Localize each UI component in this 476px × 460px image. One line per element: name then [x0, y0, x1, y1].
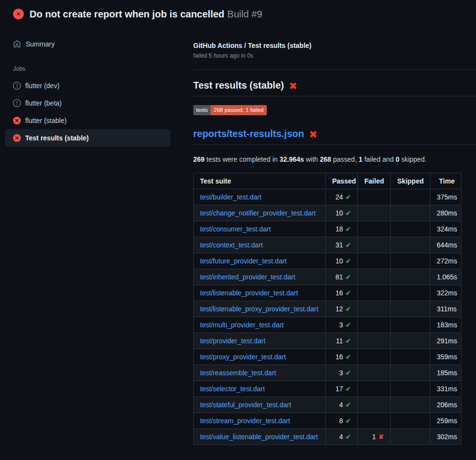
summary-fragment: 32.964s — [279, 155, 304, 163]
passed-cell: 4✔ — [326, 429, 358, 445]
passed-cell: 17✔ — [326, 381, 358, 397]
test-suite-link[interactable]: test/provider_test.dart — [200, 337, 265, 345]
check-run-name: Do not create report when job is cancell… — [30, 9, 224, 19]
check-icon: ✔ — [345, 257, 351, 265]
table-row: test/proxy_provider_test.dart16✔359ms — [194, 349, 461, 365]
job-label: Test results (stable) — [25, 134, 89, 142]
jobs-list: flutter (dev)flutter (beta)flutter (stab… — [0, 77, 184, 147]
failed-cell — [358, 349, 391, 365]
passed-cell: 3✔ — [326, 365, 358, 381]
table-row: test/change_notifier_provider_test.dart1… — [194, 205, 461, 221]
x-circle-fill-icon — [13, 134, 21, 142]
sidebar-item-flutter-beta[interactable]: flutter (beta) — [5, 94, 170, 112]
skipped-cell — [391, 237, 430, 253]
summary-fragment: 268 — [320, 155, 331, 163]
jobs-section-label: Jobs — [13, 65, 184, 72]
table-row: test/listenable_provider_test.dart16✔322… — [194, 285, 461, 301]
test-suite-cell: test/proxy_provider_test.dart — [194, 349, 326, 365]
failed-cell — [358, 285, 391, 301]
sidebar-item-flutter-stable[interactable]: flutter (stable) — [5, 112, 170, 129]
skipped-cell — [391, 317, 430, 333]
check-icon: ✔ — [345, 209, 351, 217]
test-suite-link[interactable]: test/listenable_proxy_provider_test.dart — [200, 305, 318, 313]
passed-cell: 16✔ — [326, 285, 358, 301]
test-suite-link[interactable]: test/context_test.dart — [200, 241, 263, 249]
table-row: test/stream_provider_test.dart8✔259ms — [194, 413, 461, 429]
test-suite-link[interactable]: test/reassemble_test.dart — [200, 369, 276, 377]
test-suite-link[interactable]: test/change_notifier_provider_test.dart — [200, 209, 316, 217]
passed-cell: 16✔ — [326, 349, 358, 365]
failed-cell — [358, 397, 391, 413]
check-icon: ✔ — [345, 193, 351, 201]
table-row: test/context_test.dart31✔644ms — [194, 237, 461, 253]
passed-cell: 10✔ — [326, 253, 358, 269]
sidebar-item-summary[interactable]: Summary — [0, 37, 184, 51]
test-suite-cell: test/listenable_proxy_provider_test.dart — [194, 301, 326, 317]
test-suite-link[interactable]: test/consumer_test.dart — [200, 225, 271, 233]
time-cell: 183ms — [430, 317, 461, 333]
passed-cell: 4✔ — [326, 397, 358, 413]
sidebar-item-flutter-dev[interactable]: flutter (dev) — [5, 77, 170, 94]
test-suite-cell: test/stateful_provider_test.dart — [194, 397, 326, 413]
time-cell: 331ms — [430, 381, 461, 397]
skipped-cell — [391, 205, 430, 221]
skipped-cell — [391, 221, 430, 237]
failed-cell — [358, 221, 391, 237]
time-cell: 375ms — [430, 189, 461, 205]
x-icon: ✘ — [378, 433, 384, 441]
test-suite-link[interactable]: test/stream_provider_test.dart — [200, 417, 290, 425]
report-file-link[interactable]: reports/test-results.json — [193, 128, 304, 139]
passed-cell: 81✔ — [326, 269, 358, 285]
job-label: flutter (stable) — [25, 117, 67, 124]
passed-cell: 18✔ — [326, 221, 358, 237]
skipped-cell — [391, 285, 430, 301]
check-icon: ✔ — [345, 289, 351, 297]
x-circle-fill-icon — [13, 117, 21, 124]
time-cell: 206ms — [430, 397, 461, 413]
status-line: failed 5 hours ago in 0s — [193, 52, 461, 60]
test-suite-cell: test/consumer_test.dart — [194, 221, 326, 237]
time-cell: 185ms — [430, 365, 461, 381]
test-results-table: Test suitePassedFailedSkippedTime test/b… — [193, 173, 461, 445]
failed-cell — [358, 301, 391, 317]
badge-label: tests — [193, 105, 211, 115]
test-suite-link[interactable]: test/selector_test.dart — [200, 385, 265, 393]
time-cell: 272ms — [430, 253, 461, 269]
breadcrumb: GitHub Actions / Test results (stable) — [193, 41, 461, 50]
failed-cell — [358, 317, 391, 333]
table-row: test/selector_test.dart17✔331ms — [194, 381, 461, 397]
time-cell: 359ms — [430, 349, 461, 365]
check-icon: ✔ — [345, 385, 351, 393]
sidebar-item-test-results-stable[interactable]: Test results (stable) — [5, 129, 170, 147]
stop-icon — [13, 82, 21, 90]
skipped-cell — [391, 429, 430, 445]
passed-cell: 3✔ — [326, 317, 358, 333]
skipped-cell — [391, 301, 430, 317]
test-suite-link[interactable]: test/stateful_provider_test.dart — [200, 401, 291, 409]
time-cell: 644ms — [430, 237, 461, 253]
test-suite-link[interactable]: test/proxy_provider_test.dart — [200, 353, 286, 361]
test-suite-link[interactable]: test/future_provider_test.dart — [200, 257, 287, 265]
main-content: GitHub Actions / Test results (stable) f… — [184, 27, 476, 445]
failed-cell — [358, 381, 391, 397]
skipped-cell — [391, 381, 430, 397]
failed-cell — [358, 365, 391, 381]
summary-fragment: 0 — [396, 155, 399, 163]
failed-cell — [358, 189, 391, 205]
section-title: Test results (stable) — [193, 80, 284, 91]
test-suite-link[interactable]: test/inherited_provider_test.dart — [200, 273, 295, 281]
test-suite-link[interactable]: test/value_listenable_provider_test.dart — [200, 433, 318, 441]
time-cell: 322ms — [430, 285, 461, 301]
check-icon: ✔ — [345, 401, 351, 409]
table-row: test/inherited_provider_test.dart81✔1.06… — [194, 269, 461, 285]
failed-cell: 1✘ — [358, 429, 391, 445]
test-suite-cell: test/multi_provider_test.dart — [194, 317, 326, 333]
check-icon: ✔ — [345, 353, 351, 361]
test-suite-link[interactable]: test/multi_provider_test.dart — [200, 321, 284, 329]
test-suite-link[interactable]: test/listenable_provider_test.dart — [200, 289, 298, 297]
table-row: test/listenable_proxy_provider_test.dart… — [194, 301, 461, 317]
check-icon: ✔ — [345, 225, 351, 233]
time-cell: 259ms — [430, 413, 461, 429]
test-suite-link[interactable]: test/builder_test.dart — [200, 193, 261, 201]
skipped-cell — [391, 413, 430, 429]
